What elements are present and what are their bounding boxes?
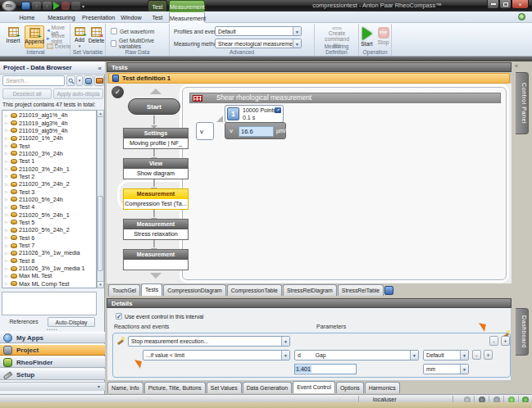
flow-node-measurement-3[interactable]: Measurement <box>123 249 189 270</box>
velocity-value-input[interactable]: 16.6 <box>239 126 274 137</box>
list-item[interactable]: ▷211020_5%_24h_2 <box>2 226 96 233</box>
maximize-button[interactable] <box>499 0 512 9</box>
interval-summary-box[interactable]: 1 10000 Points 0.1 s ↗ <box>225 105 284 123</box>
expander-icon[interactable]: ▷ <box>5 166 9 171</box>
expander-icon[interactable]: ▷ <box>5 220 9 224</box>
import-icon[interactable] <box>94 75 104 86</box>
velocity-parameter-box[interactable]: v 16.6 µm/s <box>225 122 286 139</box>
expander-icon[interactable]: ▷ <box>5 151 9 156</box>
tab-touchgel[interactable]: TouchGel <box>108 284 140 296</box>
reaction-dropdown[interactable]: Stop measurement execution...▼ <box>128 336 290 347</box>
list-item[interactable]: ▷211026_3%_1w_media 1 <box>2 265 96 272</box>
list-item[interactable]: ▷Max ML Test <box>2 272 96 279</box>
list-item[interactable]: ▷211020_3%_24h <box>2 150 96 157</box>
qat-dropdown-icon[interactable]: ▾ <box>82 3 84 9</box>
scrollbar-thumb[interactable] <box>98 196 103 271</box>
preset-dropdown[interactable]: Default▼ <box>423 350 469 360</box>
tab-measurement[interactable]: Measurement <box>169 11 205 23</box>
flow-node-view[interactable]: View Show diagram <box>123 158 189 179</box>
new-document-icon[interactable] <box>384 286 393 295</box>
tab-test[interactable]: Test <box>148 11 167 23</box>
expander-icon[interactable]: ▷ <box>5 128 9 133</box>
redo-icon[interactable]: › <box>43 2 52 10</box>
list-item[interactable]: ▷Test 2 <box>2 173 96 180</box>
tab-stressreltable[interactable]: StressRelTable <box>338 284 384 296</box>
search-button[interactable] <box>66 75 75 86</box>
tab-picture-title-buttons[interactable]: Picture, Title, Buttons <box>144 382 206 393</box>
minimize-button[interactable] <box>487 0 499 9</box>
delete-variable-button[interactable]: × Delete <box>88 25 105 48</box>
list-item[interactable]: ▷211019_alg5%_4h <box>2 127 96 134</box>
save-icon[interactable] <box>21 2 30 10</box>
expander-icon[interactable]: ▷ <box>5 243 9 248</box>
list-item[interactable]: ▷211019_alg3%_4h <box>2 119 96 126</box>
use-event-control-checkbox[interactable]: Use event control in this interval <box>116 313 203 320</box>
pin-icon[interactable]: « <box>515 63 518 69</box>
stop-button[interactable]: STOP Stop <box>375 25 391 48</box>
test-definition-bar[interactable]: Test definition 1 <box>108 73 510 84</box>
expander-icon[interactable]: ▷ <box>5 189 9 194</box>
tab-window[interactable]: Window <box>116 11 146 23</box>
unit-dropdown[interactable]: mm▼ <box>423 364 469 374</box>
expander-icon[interactable]: ▷ <box>5 266 9 271</box>
append-interval-button[interactable]: + Append <box>25 25 44 48</box>
list-item[interactable]: ▷211020_3%_24h_1 <box>2 165 96 172</box>
list-item[interactable]: ▷Test 4 <box>2 203 96 211</box>
nav-overflow-bar[interactable]: ▾ <box>0 382 105 391</box>
close-button[interactable]: × <box>512 0 529 9</box>
help-icon[interactable]: ? <box>518 13 525 20</box>
list-item[interactable]: ▷Test 5 <box>2 219 96 226</box>
expander-icon[interactable]: ▷ <box>5 258 9 263</box>
tab-event-control[interactable]: Event Control <box>293 381 335 393</box>
list-item[interactable]: ▷211020_5%_24h_1 <box>2 211 96 218</box>
expander-icon[interactable]: ▷ <box>5 136 9 141</box>
get-multidrive-checkbox[interactable]: Get MultiDrive variables <box>111 38 169 49</box>
list-item[interactable]: ▷Test 8 <box>2 257 96 265</box>
expander-icon[interactable]: ▷ <box>5 235 9 240</box>
scroll-down-icon[interactable]: ▼ <box>98 281 103 288</box>
search-options-dropdown[interactable]: ▼ <box>76 75 83 86</box>
apply-auto-display-button[interactable]: Apply auto-displa <box>53 88 103 99</box>
expander-icon[interactable]: ▷ <box>5 274 9 279</box>
nav-rheofinder[interactable]: RheoFinder <box>0 356 105 368</box>
expander-icon[interactable]: ▷ <box>5 228 9 233</box>
undo-icon[interactable]: ‹ <box>32 2 41 10</box>
expander-icon[interactable]: ▷ <box>5 251 9 256</box>
deselect-all-button[interactable]: Deselect all <box>2 88 52 99</box>
expander-icon[interactable]: ▷ <box>5 205 9 210</box>
collapse-panel-icon[interactable]: « <box>98 62 102 75</box>
flow-node-stress-relaxation[interactable]: Measurement Stress relaxation <box>123 219 189 240</box>
condition-dropdown[interactable]: ...if value < limit▼ <box>143 350 290 360</box>
expander-icon[interactable]: ▷ <box>5 120 9 125</box>
expander-icon[interactable]: ▷ <box>5 143 9 148</box>
tab-presentation[interactable]: Presentation <box>82 11 115 23</box>
expander-icon[interactable]: ▷ <box>5 174 9 179</box>
insert-interval-button[interactable]: + Insert <box>3 25 23 48</box>
tab-measuring-set[interactable]: Measuring Set <box>43 11 80 23</box>
list-item[interactable]: ▷211020_3%_24h_2 <box>2 180 96 188</box>
tab-stressreldiagram[interactable]: StressRelDiagram <box>283 284 337 296</box>
list-item[interactable]: ▷Max ML Comp Test <box>2 280 96 288</box>
tree-scrollbar[interactable]: ▲ ▼ <box>97 110 104 288</box>
expander-icon[interactable]: ▷ <box>5 159 9 164</box>
nav-setup[interactable]: Setup <box>0 369 105 380</box>
limit-value-input[interactable]: 1.401 <box>294 364 357 374</box>
tab-tests[interactable]: Tests <box>141 283 162 296</box>
list-item[interactable]: ▷Test 1 <box>2 157 96 165</box>
profiles-dropdown[interactable]: Default▼ <box>215 26 302 36</box>
get-waveform-checkbox[interactable]: Get waveform <box>111 28 154 34</box>
list-item[interactable]: ▷211020_1%_24h <box>2 134 96 142</box>
tab-references[interactable]: References <box>3 317 44 327</box>
list-item[interactable]: ▷Test 7 <box>2 242 96 249</box>
nav-my-apps[interactable]: My Apps <box>0 332 105 343</box>
stop-icon[interactable] <box>61 2 70 10</box>
control-panel-vertical-tab[interactable]: Control Panel <box>516 72 529 134</box>
interval-options-icon[interactable]: ↗ <box>275 107 281 113</box>
tab-auto-display[interactable]: Auto-Display <box>48 317 95 327</box>
flow-scroll-down-icon[interactable] <box>150 273 161 279</box>
app-logo-icon[interactable]: Rh <box>2 0 16 11</box>
flame-arrow-icon[interactable] <box>477 323 486 332</box>
decrement-button[interactable]: - <box>472 350 481 360</box>
expander-icon[interactable]: ▷ <box>5 281 9 286</box>
add-parameter-button[interactable]: + <box>501 336 510 346</box>
